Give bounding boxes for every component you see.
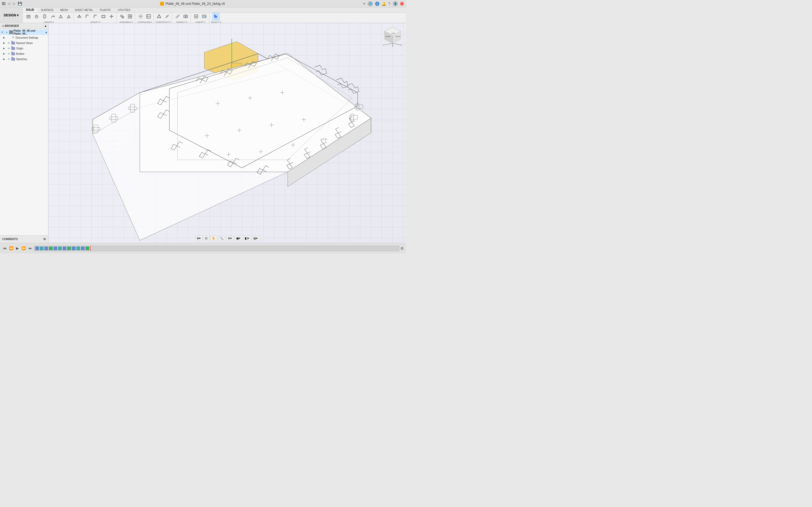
insert2-button[interactable] <box>200 12 208 21</box>
profile-avatar[interactable]: 👤 <box>393 1 398 6</box>
notification-icon[interactable]: 🔔 <box>382 2 386 6</box>
timeline-rewind-button[interactable]: ⏮ <box>2 246 7 251</box>
viewport-home-button[interactable]: ⊕▾ <box>195 235 202 241</box>
timeline-item-4[interactable] <box>49 246 53 250</box>
tree-vis-sketches[interactable]: 👁 <box>7 57 11 61</box>
app-grid-icon[interactable] <box>2 2 5 5</box>
viewport-zoom-button[interactable]: 🔍 <box>218 235 225 241</box>
viewport-orbit-button[interactable]: ⊡ <box>203 235 209 241</box>
configure1-icon <box>138 14 143 18</box>
timeline-item-9[interactable] <box>72 246 75 250</box>
construct1-button[interactable] <box>155 12 163 21</box>
svg-marker-47 <box>214 14 217 18</box>
shell-button[interactable] <box>100 12 107 21</box>
file-icon <box>160 2 164 6</box>
browser-collapse-button[interactable]: ◁ <box>2 24 4 27</box>
viewport-effects-button[interactable]: ◧▾ <box>243 235 251 241</box>
construct1-icon <box>156 14 162 18</box>
add-tab-button[interactable]: + <box>363 1 365 6</box>
tab-surface[interactable]: SURFACE <box>38 7 57 12</box>
move-button[interactable] <box>108 12 115 21</box>
rib-button[interactable] <box>65 12 72 21</box>
tree-item-named-views[interactable]: ▶ 👁 Named Views <box>0 40 48 46</box>
timeline-item-5[interactable] <box>53 246 57 250</box>
timeline-item-6[interactable] <box>58 246 62 250</box>
assemble2-button[interactable] <box>126 12 134 21</box>
inspect2-button[interactable] <box>182 12 190 21</box>
svg-rect-24 <box>128 14 130 16</box>
help-icon[interactable]: ? <box>388 2 391 6</box>
tree-eye-document[interactable]: ● <box>45 31 47 34</box>
fillet-button[interactable] <box>84 12 91 21</box>
timeline-item-8[interactable] <box>67 246 71 250</box>
doc-settings-icon <box>11 36 15 40</box>
configure1-button[interactable] <box>137 12 144 21</box>
inspect1-button[interactable] <box>174 12 182 21</box>
timeline-item-7[interactable] <box>63 246 66 250</box>
tree-item-doc-settings[interactable]: ▶ Document Settings <box>0 35 48 40</box>
tree-item-origin[interactable]: ▶ 👁 Origin <box>0 46 48 51</box>
extrude-button[interactable] <box>33 12 40 21</box>
viewport-display-button[interactable]: ▣▾ <box>235 235 242 241</box>
timeline-item-11[interactable] <box>81 246 85 250</box>
design-menu-label: DESIGN ▾ <box>4 13 18 17</box>
timeline-item-3[interactable] <box>44 246 48 250</box>
toolbar-tabs: SOLID SURFACE MESH SHEET METAL PLASTIC U… <box>22 7 406 23</box>
insert1-button[interactable] <box>192 12 200 21</box>
timeline-item-10[interactable] <box>76 246 80 250</box>
comments-settings-button[interactable]: ⚙ <box>43 237 46 241</box>
timeline-next-button[interactable]: ⏩ <box>21 246 27 251</box>
new-component-button[interactable] <box>25 12 32 21</box>
tree-item-bodies[interactable]: ▶ 👁 Bodies <box>0 51 48 56</box>
revolve-button[interactable] <box>41 12 48 21</box>
viewport[interactable]: Z Y X TOP RIGHT FRONT ⊕▾ ⊡ ✋ 🔍 ⊖▾ ▣▾ ◧▾ … <box>48 23 406 243</box>
tree-vis-document[interactable]: ● <box>5 30 9 34</box>
model-view <box>48 23 406 243</box>
tree-vis-named-views[interactable]: 👁 <box>7 41 11 45</box>
nav-forward-button[interactable]: ▷ <box>12 1 16 6</box>
tab-plastic[interactable]: PLASTIC <box>97 7 115 12</box>
press-pull-button[interactable] <box>75 12 83 21</box>
tab-utilities[interactable]: UTILITIES <box>114 7 134 12</box>
assemble1-button[interactable] <box>118 12 126 21</box>
viewport-settings-button[interactable]: ▤▾ <box>252 235 259 241</box>
user-avatar[interactable]: 🌐 <box>367 1 373 6</box>
viewport-zoom-fit-button[interactable]: ⊖▾ <box>226 235 234 241</box>
sweep-button[interactable] <box>49 12 56 21</box>
tree-item-document[interactable]: ▼ ● Platte_48_48 und Platte_48... ● <box>0 30 48 35</box>
timeline-prev-button[interactable]: ⏪ <box>8 246 14 251</box>
timeline-item-1[interactable] <box>35 246 39 250</box>
viewport-pan-button[interactable]: ✋ <box>210 235 217 241</box>
chamfer-button[interactable] <box>92 12 99 21</box>
tree-vis-bodies[interactable]: 👁 <box>7 52 11 56</box>
configure2-button[interactable] <box>145 12 152 21</box>
save-button[interactable]: 💾 <box>18 2 22 6</box>
timeline-item-12[interactable] <box>86 246 89 250</box>
construct2-button[interactable] <box>163 12 171 21</box>
configure2-icon <box>146 14 151 18</box>
timeline-settings-button[interactable]: ⚙ <box>400 246 404 250</box>
svg-marker-19 <box>111 17 112 18</box>
timeline-item-2[interactable] <box>40 246 44 250</box>
tree-item-sketches[interactable]: ▶ 👁 Sketches <box>0 56 48 62</box>
svg-text:X: X <box>401 44 402 46</box>
tab-solid[interactable]: SOLID <box>22 7 38 12</box>
inspect1-icon <box>175 14 180 18</box>
svg-marker-9 <box>60 15 61 16</box>
close-button[interactable] <box>400 2 404 6</box>
svg-line-99 <box>384 43 393 45</box>
tab-sheet-metal[interactable]: SHEET METAL <box>71 7 97 12</box>
timeline-end-button[interactable]: ⏭ <box>28 246 33 251</box>
select-button[interactable] <box>212 12 220 21</box>
tab-mesh[interactable]: MESH <box>57 7 71 12</box>
browser-settings-button[interactable]: ● <box>45 24 47 27</box>
timeline-play-button[interactable]: ▶ <box>15 246 19 251</box>
viewcube[interactable]: Z Y X TOP RIGHT FRONT <box>382 26 403 47</box>
modify-group: MODIFY ▾ <box>74 13 117 23</box>
tree-vis-origin[interactable]: 👁 <box>7 47 11 50</box>
loft-button[interactable] <box>57 12 64 21</box>
shell-icon <box>101 14 106 18</box>
nav-back-button[interactable]: ◁ <box>7 1 11 6</box>
design-menu-button[interactable]: DESIGN ▾ <box>0 7 22 23</box>
tree-label-document: Platte_48_48 und Platte_48... <box>13 29 45 35</box>
